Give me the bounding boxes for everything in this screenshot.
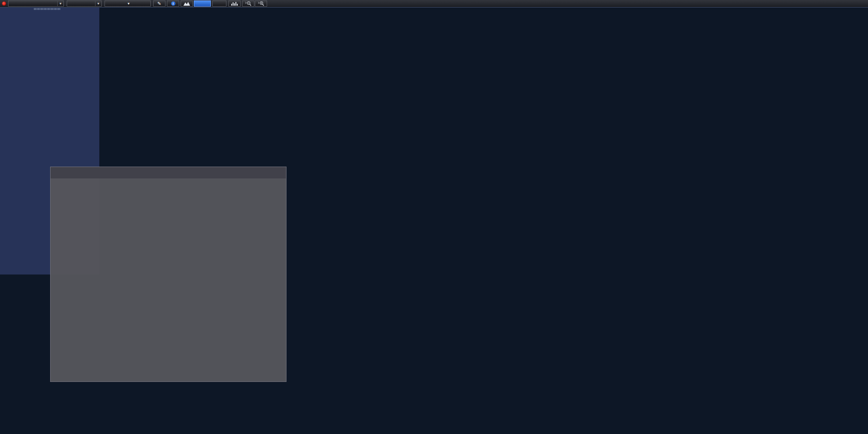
draw-pencil-button[interactable]: ✎: [153, 0, 165, 7]
technical-select-button[interactable]: ▼: [104, 0, 151, 7]
info-button[interactable]: i: [167, 0, 179, 7]
chevron-down-icon: ▼: [95, 1, 101, 7]
timeframe-select[interactable]: ▼: [67, 0, 102, 7]
zoom-in-icon: [258, 1, 265, 6]
pencil-icon: ✎: [157, 1, 161, 7]
histogram-toggle-button[interactable]: [228, 0, 241, 7]
currency-pair-select[interactable]: ▼: [8, 0, 64, 7]
record-dot-icon: [2, 1, 6, 6]
info-icon: i: [171, 1, 175, 6]
chevron-down-icon: ▼: [127, 1, 130, 7]
mountain-icon: [183, 1, 190, 6]
toolbar: ▼ ▼ ▼ ✎ i: [0, 0, 868, 8]
panel-drag-handle[interactable]: [34, 8, 61, 10]
fx-chart-app: { "toolbar": { "pair": "ドル/円", "timefram…: [0, 0, 868, 434]
chevron-down-icon: ▼: [57, 1, 63, 7]
bid-button[interactable]: [194, 0, 211, 7]
chart-style-button[interactable]: [181, 0, 193, 7]
zoom-out-button[interactable]: [242, 0, 254, 7]
zoom-in-button[interactable]: [255, 0, 267, 7]
ask-button[interactable]: [212, 0, 226, 7]
histogram-icon: [231, 1, 238, 6]
order-info-tooltip: [50, 167, 286, 382]
tooltip-title: [51, 167, 286, 178]
zoom-out-icon: [245, 1, 252, 6]
